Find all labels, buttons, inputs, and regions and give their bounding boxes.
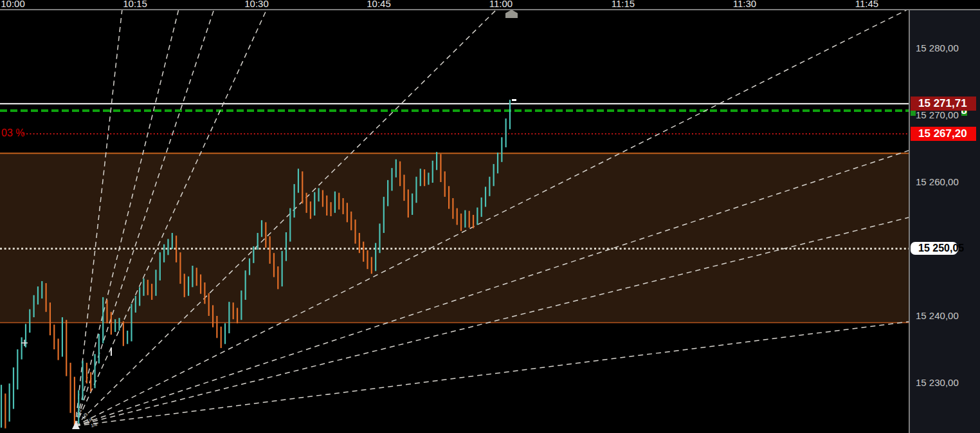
price-bar bbox=[29, 309, 30, 333]
price-bar bbox=[359, 233, 360, 253]
price-bar bbox=[224, 323, 226, 344]
price-bar bbox=[338, 193, 340, 210]
price-bar bbox=[245, 270, 246, 300]
price-bar bbox=[74, 377, 75, 425]
price-bar bbox=[509, 100, 511, 129]
price-bar bbox=[151, 284, 152, 300]
price-bar bbox=[179, 252, 181, 284]
price-bar bbox=[123, 321, 124, 345]
price-bar bbox=[286, 232, 287, 261]
last-close-tick bbox=[512, 99, 516, 101]
price-bar bbox=[143, 279, 144, 296]
price-bar bbox=[78, 390, 79, 423]
price-bar bbox=[432, 161, 433, 183]
price-bar bbox=[387, 180, 388, 207]
price-bar bbox=[428, 172, 429, 185]
price-bar bbox=[342, 198, 343, 214]
price-bar bbox=[98, 334, 100, 364]
price-bar bbox=[294, 184, 295, 217]
price-bar bbox=[212, 305, 213, 327]
price-bar bbox=[50, 302, 51, 335]
price-bar bbox=[172, 233, 173, 249]
price-bar bbox=[464, 210, 466, 228]
price-bar bbox=[200, 275, 201, 294]
price-bar bbox=[493, 164, 495, 186]
price-bar bbox=[505, 118, 507, 147]
fibo-percent-label: 03 % bbox=[1, 127, 24, 139]
price-bar bbox=[277, 266, 278, 289]
price-bar bbox=[310, 201, 311, 219]
price-bar bbox=[420, 169, 421, 186]
price-bar bbox=[46, 283, 47, 312]
price-bar bbox=[208, 293, 210, 316]
price-bar bbox=[240, 290, 242, 320]
price-bar bbox=[326, 196, 327, 216]
price-bar bbox=[330, 202, 331, 216]
price-bar bbox=[485, 187, 486, 207]
price-bar bbox=[102, 297, 104, 344]
gann-ratio-mark: 1/8 bbox=[91, 422, 98, 428]
price-bar bbox=[188, 277, 189, 296]
price-bar bbox=[334, 192, 336, 213]
price-bar bbox=[452, 198, 453, 219]
price-bar bbox=[21, 337, 23, 359]
price-bar bbox=[135, 296, 136, 313]
price-bar bbox=[233, 302, 234, 319]
price-bar bbox=[66, 320, 67, 376]
price-bar bbox=[347, 203, 348, 222]
price-bar bbox=[82, 361, 83, 400]
price-axis[interactable]: 15 280,0015 270,0015 260,0015 250,0015 2… bbox=[910, 10, 980, 433]
time-tick-label: 10:30 bbox=[244, 0, 269, 9]
chart-plot-area[interactable]: 1/21/31/41/8 bbox=[0, 0, 909, 433]
price-bar bbox=[448, 186, 449, 208]
price-tick-label: 15 260,00 bbox=[916, 176, 959, 187]
price-bar bbox=[314, 192, 315, 216]
price-bar bbox=[33, 295, 35, 317]
price-bar bbox=[17, 349, 18, 389]
price-bar bbox=[481, 198, 482, 217]
time-tick-label: 10:00 bbox=[1, 0, 25, 9]
price-bar bbox=[37, 286, 39, 304]
price-bar bbox=[147, 280, 149, 295]
price-bar bbox=[412, 194, 413, 215]
time-tick-label: 11:00 bbox=[489, 0, 513, 9]
time-tick-label: 11:30 bbox=[733, 0, 756, 9]
price-bar bbox=[298, 169, 299, 192]
price-bar bbox=[5, 394, 6, 428]
price-bar bbox=[318, 188, 319, 201]
price-bar bbox=[399, 161, 401, 186]
price-bar bbox=[131, 304, 132, 341]
price-bar bbox=[415, 177, 417, 203]
price-tick-label: 15 280,00 bbox=[916, 42, 959, 53]
price-bar bbox=[184, 273, 185, 297]
price-bar bbox=[57, 338, 59, 360]
small-tick-marker bbox=[111, 347, 112, 356]
price-bar bbox=[379, 223, 380, 253]
time-axis[interactable]: 10:0010:1510:3010:4511:0011:1511:3011:45 bbox=[0, 0, 909, 9]
price-bar bbox=[489, 177, 490, 196]
price-bar bbox=[111, 312, 112, 335]
price-bar bbox=[289, 208, 291, 242]
price-bar bbox=[322, 190, 323, 207]
price-bar bbox=[383, 197, 385, 233]
price-bar bbox=[469, 211, 470, 228]
price-bar bbox=[167, 239, 168, 255]
gann-fan-line-1x8[interactable] bbox=[75, 322, 909, 426]
price-bar bbox=[395, 160, 397, 178]
price-bar bbox=[94, 354, 95, 388]
price-bar bbox=[228, 302, 230, 333]
price-bar bbox=[221, 327, 222, 348]
price-bar bbox=[497, 152, 498, 173]
price-bar bbox=[127, 331, 128, 344]
price-label-red-level: 15 267,20 bbox=[911, 127, 976, 141]
price-bar bbox=[249, 259, 250, 275]
price-bar bbox=[424, 169, 425, 186]
price-bar bbox=[408, 189, 409, 217]
price-bar bbox=[473, 215, 474, 228]
price-bar bbox=[253, 246, 254, 263]
price-bar bbox=[192, 266, 193, 287]
price-bar bbox=[444, 171, 446, 197]
price-bar bbox=[69, 363, 71, 413]
price-tick-label: 15 240,00 bbox=[916, 310, 959, 321]
price-bar bbox=[139, 287, 140, 306]
